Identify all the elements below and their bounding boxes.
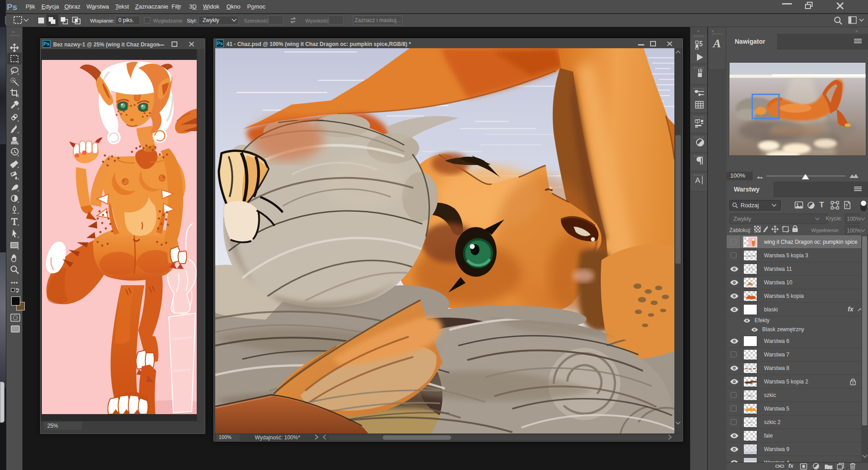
- svg-text:A: A: [695, 176, 701, 185]
